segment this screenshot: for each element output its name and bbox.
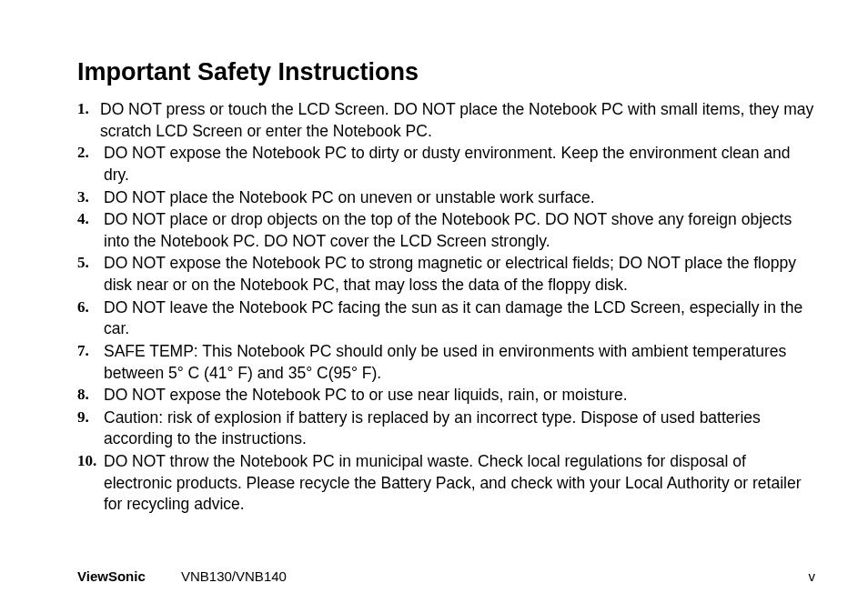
list-item: 9. Caution: risk of explosion if battery… bbox=[77, 407, 815, 450]
list-item: 6. DO NOT leave the Notebook PC facing t… bbox=[77, 297, 815, 340]
list-number: 6. bbox=[77, 297, 104, 340]
page-title: Important Safety Instructions bbox=[77, 58, 815, 86]
list-text: DO NOT leave the Notebook PC facing the … bbox=[104, 297, 815, 340]
list-item: 3. DO NOT place the Notebook PC on uneve… bbox=[77, 187, 815, 209]
list-number: 7. bbox=[77, 341, 104, 384]
list-text: DO NOT expose the Notebook PC to strong … bbox=[104, 253, 815, 296]
page-footer: ViewSonic VNB130/VNB140 v bbox=[77, 568, 815, 584]
list-number: 4. bbox=[77, 209, 104, 252]
list-text: DO NOT expose the Notebook PC to dirty o… bbox=[104, 143, 815, 186]
list-text: DO NOT throw the Notebook PC in municipa… bbox=[104, 451, 815, 516]
list-item: 4. DO NOT place or drop objects on the t… bbox=[77, 209, 815, 252]
list-item: 8. DO NOT expose the Notebook PC to or u… bbox=[77, 385, 815, 407]
list-number: 8. bbox=[77, 385, 104, 407]
list-text: DO NOT press or touch the LCD Screen. DO… bbox=[100, 99, 815, 142]
list-item: 10. DO NOT throw the Notebook PC in muni… bbox=[77, 451, 815, 516]
footer-brand: ViewSonic bbox=[77, 568, 181, 584]
list-number: 3. bbox=[77, 187, 104, 209]
list-number: 5. bbox=[77, 253, 104, 296]
list-item: 2. DO NOT expose the Notebook PC to dirt… bbox=[77, 143, 815, 186]
list-item: 5. DO NOT expose the Notebook PC to stro… bbox=[77, 253, 815, 296]
list-text: DO NOT expose the Notebook PC to or use … bbox=[104, 385, 815, 407]
list-text: Caution: risk of explosion if battery is… bbox=[104, 407, 815, 450]
list-number: 1. bbox=[77, 99, 100, 142]
footer-page-number: v bbox=[809, 568, 816, 584]
list-number: 10. bbox=[77, 451, 104, 516]
list-text: SAFE TEMP: This Notebook PC should only … bbox=[104, 341, 815, 384]
list-text: DO NOT place the Notebook PC on uneven o… bbox=[104, 187, 815, 209]
list-text: DO NOT place or drop objects on the top … bbox=[104, 209, 815, 252]
list-item: 1. DO NOT press or touch the LCD Screen.… bbox=[77, 99, 815, 142]
list-item: 7. SAFE TEMP: This Notebook PC should on… bbox=[77, 341, 815, 384]
footer-model: VNB130/VNB140 bbox=[181, 568, 287, 584]
safety-instructions-list: 1. DO NOT press or touch the LCD Screen.… bbox=[77, 99, 815, 516]
list-number: 9. bbox=[77, 407, 104, 450]
list-number: 2. bbox=[77, 143, 104, 186]
